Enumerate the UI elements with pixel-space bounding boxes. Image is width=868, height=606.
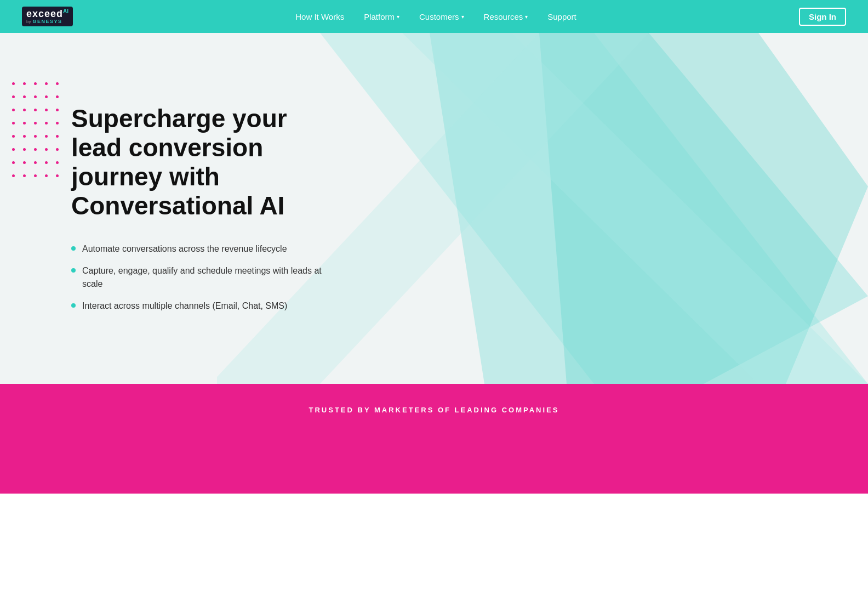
- nav-item-customers[interactable]: Customers ▾: [419, 12, 464, 21]
- nav-item-resources[interactable]: Resources ▾: [484, 12, 528, 21]
- nav-link-customers[interactable]: Customers ▾: [419, 12, 464, 21]
- logo-partner: GENESYS: [32, 19, 62, 24]
- navbar: exceed AI by GENESYS How It Works Platfo…: [0, 0, 868, 33]
- logo-ai: AI: [63, 9, 68, 14]
- bullet-dot-icon: [71, 268, 76, 273]
- nav-link-support[interactable]: Support: [547, 12, 576, 21]
- chevron-down-icon: ▾: [525, 14, 528, 20]
- signin-button[interactable]: Sign In: [799, 8, 846, 26]
- hero-bullet-3: Interact across multiple channels (Email…: [71, 299, 340, 313]
- hero-title: Supercharge your lead conversion journey…: [71, 104, 340, 220]
- bullet-dot-icon: [71, 246, 76, 251]
- nav-item-platform[interactable]: Platform ▾: [364, 12, 399, 21]
- hero-bullet-2: Capture, engage, qualify and schedule me…: [71, 264, 340, 291]
- hero-bullet-1: Automate conversations across the revenu…: [71, 242, 340, 256]
- logo-brand: exceed: [26, 9, 63, 19]
- nav-menu: How It Works Platform ▾ Customers ▾ Reso…: [295, 12, 576, 21]
- hero-bullets: Automate conversations across the revenu…: [71, 242, 340, 313]
- nav-link-resources[interactable]: Resources ▾: [484, 12, 528, 21]
- trusted-label: TRUSTED BY MARKETERS OF LEADING COMPANIE…: [44, 406, 824, 414]
- nav-link-how-it-works[interactable]: How It Works: [295, 12, 344, 21]
- logo-by: by: [26, 19, 31, 24]
- nav-item-support[interactable]: Support: [547, 12, 576, 21]
- hero-content: Supercharge your lead conversion journey…: [0, 60, 384, 356]
- trusted-section: TRUSTED BY MARKETERS OF LEADING COMPANIE…: [0, 384, 868, 494]
- chevron-down-icon: ▾: [461, 14, 464, 20]
- nav-item-how-it-works[interactable]: How It Works: [295, 12, 344, 21]
- nav-link-platform[interactable]: Platform ▾: [364, 12, 399, 21]
- hero-section: Supercharge your lead conversion journey…: [0, 33, 868, 384]
- bullet-dot-icon: [71, 303, 76, 308]
- chevron-down-icon: ▾: [397, 14, 399, 20]
- logo[interactable]: exceed AI by GENESYS: [22, 7, 73, 26]
